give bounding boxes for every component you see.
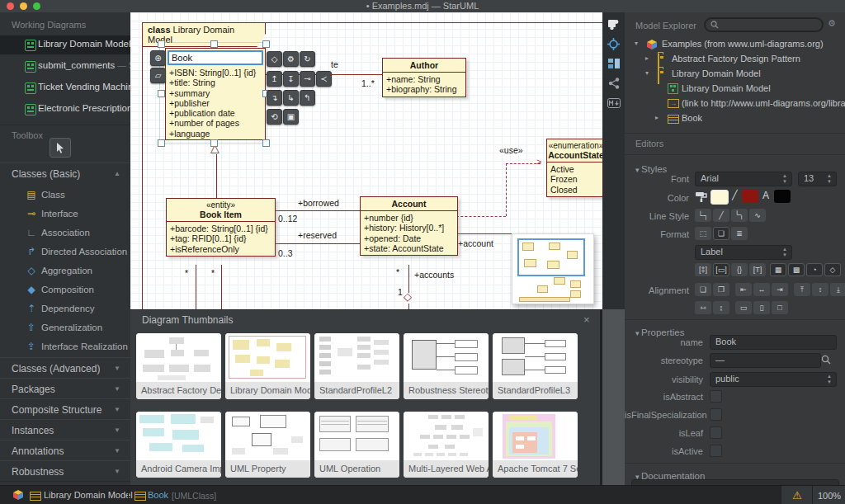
toolbox-section-annotations[interactable]: Annotations ▼ <box>0 440 130 461</box>
share-button[interactable] <box>602 78 625 92</box>
toolbox-section-packages[interactable]: Packages ▼ <box>0 378 130 399</box>
tool-interface[interactable]: ⊸ Interface <box>0 205 130 224</box>
set-height-equally-button[interactable]: ▯ <box>753 301 770 314</box>
quick-style-button[interactable]: ◇ <box>267 51 282 67</box>
tree-item-examples[interactable]: ▾ Examples (from www.uml-diagrams.org) <box>625 37 845 52</box>
visibility-select[interactable]: public ▲▼ <box>710 372 837 387</box>
fill-color-button[interactable] <box>695 191 707 205</box>
working-diagram-submit-comments[interactable]: submit_comments — Submit <box>0 57 130 76</box>
align-middle-button[interactable]: ↕ <box>812 283 828 296</box>
toolbox-section-composite-structure[interactable]: Composite Structure ▼ <box>0 398 130 420</box>
tool-dependency[interactable]: ⇡ Dependency <box>0 300 130 319</box>
status-diagram-name[interactable]: Library Domain Model <box>44 490 133 500</box>
class-name-edit-field[interactable] <box>168 50 263 65</box>
line-color-button[interactable]: ╱ <box>732 190 738 200</box>
working-diagram-library-domain-model[interactable]: Library Domain Model — Lib <box>0 35 130 54</box>
show-namespace-toggle[interactable]: [▭] <box>713 263 729 276</box>
space-equally-horizontal-button[interactable]: ⇿ <box>695 301 711 314</box>
resize-handle-n[interactable] <box>210 40 218 48</box>
suppress-operations-toggle[interactable]: ▩ <box>788 263 805 276</box>
status-element-name[interactable]: Book <box>148 490 168 500</box>
resize-handle-w[interactable] <box>158 90 165 97</box>
tool-generalization[interactable]: ⇧ Generalization <box>0 319 130 338</box>
thumbnail-library-domain-model[interactable]: Library Domain Model <box>225 333 310 399</box>
thumbnail-android-camera[interactable]: Android Camera Imple <box>136 412 221 478</box>
line-style-rectilinear-button[interactable]: └┐ <box>695 209 711 222</box>
font-size-select[interactable]: 13 ▲▼ <box>798 172 837 186</box>
resize-handle-sw[interactable] <box>158 139 165 147</box>
thumbnail-standard-profile-l2[interactable]: StandardProfileL2 <box>314 333 399 399</box>
tool-aggregation[interactable]: ◇ Aggregation <box>0 262 130 281</box>
align-right-button[interactable]: ⇥ <box>772 283 788 296</box>
quick-add-required-interface-button[interactable]: ≺ <box>316 71 332 87</box>
quick-add-note-button[interactable]: ▱ <box>150 68 166 83</box>
show-type-toggle[interactable]: [T] <box>749 263 766 276</box>
explorer-settings-button[interactable]: ⚙ <box>828 18 836 29</box>
tree-item-book-class[interactable]: ▸ Book <box>625 111 845 126</box>
panel-splitter[interactable] <box>602 309 625 485</box>
validation-warnings-button[interactable]: ⚠ <box>781 486 813 504</box>
tool-class[interactable]: ▤ Class <box>0 186 130 205</box>
quick-add-operation-button[interactable]: ↧ <box>283 71 299 87</box>
tree-item-abstract-factory[interactable]: ▸ Abstract Factory Design Pattern <box>625 52 845 67</box>
quick-add-association-button[interactable]: ↰ <box>300 90 315 106</box>
line-style-rounded-button[interactable]: ╰╮ <box>731 209 748 222</box>
class-author[interactable]: Author +name: String +biography: String <box>382 58 466 97</box>
font-color-swatch[interactable] <box>774 190 791 203</box>
thumbnail-apache-tomcat[interactable]: Apache Tomcat 7 Serve <box>493 412 578 478</box>
association-borrowed[interactable] <box>274 210 360 211</box>
resize-handle-nw[interactable] <box>158 40 165 48</box>
thumbnail-uml-property[interactable]: UML Property <box>225 412 310 478</box>
show-property-toggle[interactable]: {} <box>731 263 748 276</box>
align-left-button[interactable]: ⇤ <box>735 283 752 296</box>
resize-handle-ne[interactable] <box>262 40 270 48</box>
line-style-oblique-button[interactable]: ╱ <box>713 209 729 222</box>
association-account-down[interactable] <box>408 265 409 293</box>
resize-handle-s[interactable] <box>210 139 218 147</box>
quick-add-provided-interface-button[interactable]: ⊸ <box>300 71 315 87</box>
suppress-attributes-toggle[interactable]: ▦ <box>770 263 786 276</box>
tool-directed-association[interactable]: ↱ Directed Association <box>0 243 130 262</box>
thumbnail-abstract-factory[interactable]: Abstract Factory Design <box>136 333 221 399</box>
model-explorer-search-input[interactable] <box>704 17 824 32</box>
quick-add-attribute-button[interactable]: ↥ <box>267 71 282 87</box>
select-tool-button[interactable] <box>50 138 71 158</box>
line-style-curve-button[interactable]: ∿ <box>749 209 766 222</box>
stereotype-display-select[interactable]: Label ▲▼ <box>695 245 792 260</box>
show-shadow-button[interactable]: ❏ <box>713 227 729 240</box>
working-diagram-ticket-vending-machine[interactable]: Ticket Vending Machine — T <box>0 78 130 97</box>
tool-composition[interactable]: ◆ Composition <box>0 281 130 300</box>
tool-interface-realization[interactable]: ⇪ Interface Realization <box>0 338 130 357</box>
thumbnail-standard-profile-l3[interactable]: StandardProfileL3 <box>493 333 578 399</box>
quick-self-association-button[interactable]: ⟲ <box>267 109 282 125</box>
class-book-item[interactable]: «entity» Book Item +barcode: String[0..1… <box>166 198 276 257</box>
quick-add-port-button[interactable]: ▣ <box>283 109 299 125</box>
suppress-literals-toggle[interactable]: ◇ <box>824 263 841 276</box>
send-to-back-button[interactable]: ❏ <box>695 283 711 296</box>
dependency-use-segment[interactable] <box>506 163 507 216</box>
quick-add-dependency-button[interactable]: ↳ <box>283 90 299 106</box>
association-reserved[interactable] <box>274 243 360 244</box>
markdown-button[interactable] <box>602 97 625 111</box>
generalization-book-bookitem[interactable] <box>216 154 217 198</box>
tree-item-library-domain-model-package[interactable]: ▾ Library Domain Model <box>625 67 845 82</box>
quick-settings-button[interactable]: ⚙ <box>283 51 299 67</box>
thumbnail-multi-layered-web[interactable]: Multi-Layered Web Arc <box>404 412 489 478</box>
set-width-equally-button[interactable]: ▭ <box>735 301 752 314</box>
class-book[interactable]: +ISBN: String[0..1] {id} +title: String … <box>165 48 266 140</box>
zoom-level-button[interactable]: 100% <box>812 486 845 504</box>
dependency-use-segment[interactable] <box>456 216 506 217</box>
font-family-select[interactable]: Arial ▲▼ <box>695 172 792 186</box>
tree-item-library-domain-model-diagram[interactable]: Library Domain Model <box>625 82 845 97</box>
resize-handle-se[interactable] <box>262 139 270 147</box>
suppress-receptions-toggle[interactable]: ◔ <box>806 263 823 276</box>
quick-refresh-button[interactable]: ↻ <box>300 51 315 67</box>
class-account[interactable]: Account +number {id} +history: History[0… <box>360 196 458 256</box>
font-color-button[interactable]: A <box>762 190 769 201</box>
is-final-specialization-checkbox[interactable] <box>710 408 722 421</box>
space-equally-vertical-button[interactable]: ↨ <box>713 301 729 314</box>
tool-association[interactable]: ∟ Association <box>0 224 130 243</box>
fill-color-swatch[interactable] <box>710 190 729 205</box>
align-top-button[interactable]: ⤒ <box>794 283 810 296</box>
toolbox-section-classes-advanced[interactable]: Classes (Advanced) ▼ <box>0 357 130 379</box>
